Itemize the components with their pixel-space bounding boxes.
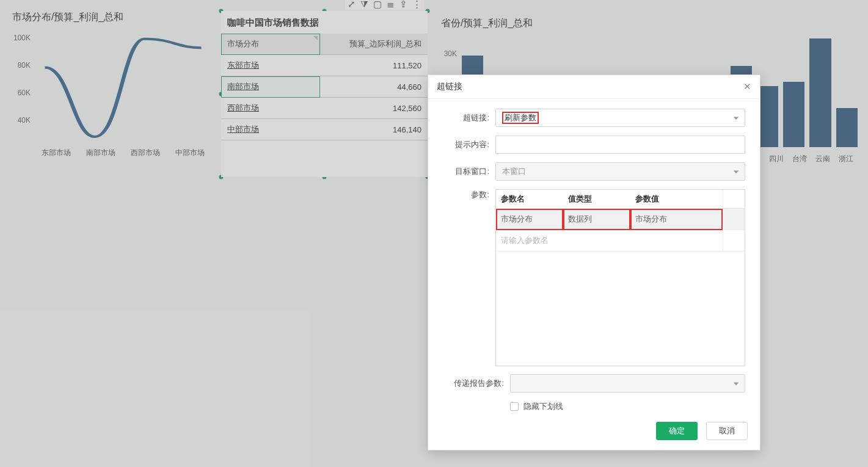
ok-button[interactable]: 确定 [656, 422, 698, 440]
param-name-cell[interactable]: 市场分布 [496, 209, 563, 230]
param-col-action [723, 190, 745, 209]
cancel-button[interactable]: 取消 [706, 422, 748, 440]
modal-body: 超链接: 刷新参数 提示内容: 目标窗口: 本窗口 [428, 99, 760, 415]
hide-underline-label: 隐藏下划线 [523, 401, 563, 412]
param-row-new[interactable]: 请输入参数名 [496, 230, 745, 252]
modal-header: 超链接 ✕ [428, 75, 760, 99]
pass-report-params-select[interactable] [510, 374, 745, 393]
label-tooltip: 提示内容: [443, 139, 489, 150]
param-action-cell[interactable] [723, 209, 745, 230]
param-row[interactable]: 市场分布 数据列 市场分布 [496, 209, 745, 230]
param-col-type: 值类型 [563, 190, 630, 209]
param-col-value: 参数值 [630, 190, 723, 209]
tooltip-input[interactable] [495, 136, 745, 154]
param-col-name: 参数名 [496, 190, 563, 209]
hide-underline-option[interactable]: 隐藏下划线 [510, 401, 563, 412]
param-new-placeholder: 请输入参数名 [501, 236, 549, 245]
close-icon[interactable]: ✕ [743, 81, 751, 92]
hyperlink-select[interactable]: 刷新参数 [495, 109, 745, 127]
param-table: 参数名 值类型 参数值 市场分布 数据列 市场分布 [495, 189, 745, 366]
modal-title: 超链接 [437, 81, 462, 92]
label-pass-report-params: 传递报告参数: [443, 378, 504, 389]
param-type-cell[interactable]: 数据列 [563, 209, 630, 230]
target-value: 本窗口 [502, 166, 526, 177]
label-target: 目标窗口: [443, 166, 489, 177]
hyperlink-value: 刷新参数 [502, 112, 539, 124]
label-params: 参数: [443, 189, 489, 200]
hyperlink-modal: 超链接 ✕ 超链接: 刷新参数 提示内容: 目标窗口: 本窗口 [428, 74, 760, 451]
target-select[interactable]: 本窗口 [495, 162, 745, 181]
modal-footer: 确定 取消 [428, 415, 760, 450]
param-value-cell[interactable]: 市场分布 [630, 209, 723, 230]
checkbox-icon[interactable] [510, 402, 519, 411]
label-hyperlink: 超链接: [443, 112, 489, 123]
